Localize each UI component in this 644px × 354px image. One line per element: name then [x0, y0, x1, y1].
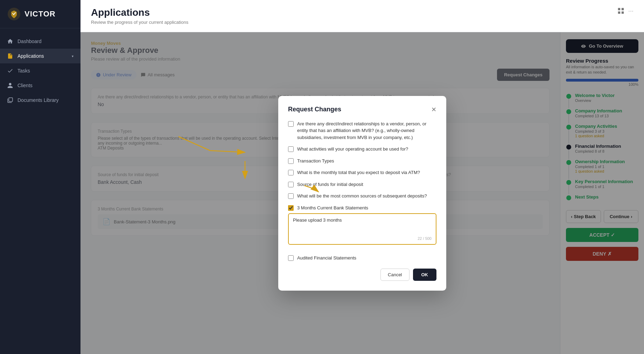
- tasks-icon: [7, 68, 13, 74]
- sidebar-item-clients[interactable]: Clients: [0, 78, 80, 93]
- modal-title: Request Changes: [288, 106, 341, 113]
- checkbox-1[interactable]: [288, 121, 294, 127]
- ok-button[interactable]: OK: [413, 269, 437, 281]
- textarea-container: Please upload 3 months 22 / 500: [288, 213, 436, 245]
- checkbox-6[interactable]: [288, 193, 294, 199]
- checkbox-item-6: What will be the most common sources of …: [288, 193, 436, 200]
- sidebar-label-documents: Documents Library: [18, 97, 74, 103]
- checkbox-label-2: What activities will your operating acco…: [297, 146, 408, 153]
- logo-icon: [7, 7, 21, 21]
- request-changes-modal: Request Changes ✕ Are there any direct/i…: [278, 96, 446, 291]
- sidebar-item-dashboard[interactable]: Dashboard: [0, 34, 80, 49]
- file-icon: [7, 53, 13, 59]
- modal-footer: Cancel OK: [288, 269, 436, 281]
- page-subtitle: Review the progress of your current appl…: [91, 20, 188, 25]
- modal-overlay: Request Changes ✕ Are there any direct/i…: [80, 32, 644, 354]
- modal-close-button[interactable]: ✕: [431, 106, 436, 113]
- sidebar-label-dashboard: Dashboard: [18, 39, 74, 44]
- checkbox-item-8: Audited Financial Statements: [288, 255, 436, 262]
- sidebar-label-clients: Clients: [18, 83, 74, 88]
- checkbox-item-4: What is the monthly total that you expec…: [288, 169, 436, 176]
- topbar: Applications Review the progress of your…: [80, 0, 644, 32]
- chevron-down-icon: ▾: [72, 54, 74, 58]
- checkbox-list: Are there any direct/indirect relationsh…: [288, 120, 436, 262]
- checkbox-label-6: What will be the most common sources of …: [297, 193, 427, 200]
- topbar-icons: ···: [617, 7, 634, 15]
- checkbox-label-1: Are there any direct/indirect relationsh…: [297, 120, 436, 141]
- more-icon: ···: [628, 7, 634, 15]
- checkbox-item-7: 3 Months Current Bank Statements: [288, 204, 436, 211]
- sidebar: VICTOR Dashboard Applications ▾ Tasks Cl…: [0, 0, 80, 354]
- app-name: VICTOR: [24, 9, 56, 19]
- clients-icon: [7, 82, 13, 89]
- checkbox-item-1: Are there any direct/indirect relationsh…: [288, 120, 436, 141]
- cancel-button[interactable]: Cancel: [380, 269, 409, 281]
- sidebar-item-tasks[interactable]: Tasks: [0, 63, 80, 78]
- checkbox-7[interactable]: [288, 205, 294, 211]
- checkbox-label-4: What is the monthly total that you expec…: [297, 169, 420, 176]
- content-area: Money Moves Review & Approve Please revi…: [80, 32, 644, 354]
- checkbox-5[interactable]: [288, 182, 294, 187]
- checkbox-8[interactable]: [288, 255, 294, 261]
- grid-icon: [617, 7, 625, 15]
- checkbox-3[interactable]: [288, 158, 294, 164]
- char-count: 22 / 500: [293, 236, 432, 241]
- documents-icon: [7, 97, 13, 103]
- request-changes-textarea[interactable]: Please upload 3 months: [293, 217, 432, 235]
- checkbox-2[interactable]: [288, 146, 294, 152]
- main-content: Applications Review the progress of your…: [80, 0, 644, 354]
- checkbox-item-3: Transaction Types: [288, 158, 436, 165]
- checkbox-label-3: Transaction Types: [297, 158, 334, 165]
- sidebar-label-applications: Applications: [18, 53, 68, 59]
- sidebar-label-tasks: Tasks: [18, 68, 74, 74]
- sidebar-nav: Dashboard Applications ▾ Tasks Clients D…: [0, 28, 80, 354]
- home-icon: [7, 38, 13, 44]
- checkbox-item-2: What activities will your operating acco…: [288, 146, 436, 153]
- checkbox-4[interactable]: [288, 170, 294, 175]
- sidebar-item-documents[interactable]: Documents Library: [0, 93, 80, 107]
- page-title-area: Applications Review the progress of your…: [91, 7, 188, 25]
- page-title: Applications: [91, 7, 188, 18]
- checkbox-label-7: 3 Months Current Bank Statements: [297, 204, 368, 211]
- modal-header: Request Changes ✕: [288, 106, 436, 113]
- checkbox-label-5: Source of funds for initial deposit: [297, 181, 363, 188]
- checkbox-label-8: Audited Financial Statements: [297, 255, 356, 262]
- logo-area: VICTOR: [0, 0, 80, 28]
- checkbox-item-5: Source of funds for initial deposit: [288, 181, 436, 188]
- sidebar-item-applications[interactable]: Applications ▾: [0, 49, 80, 63]
